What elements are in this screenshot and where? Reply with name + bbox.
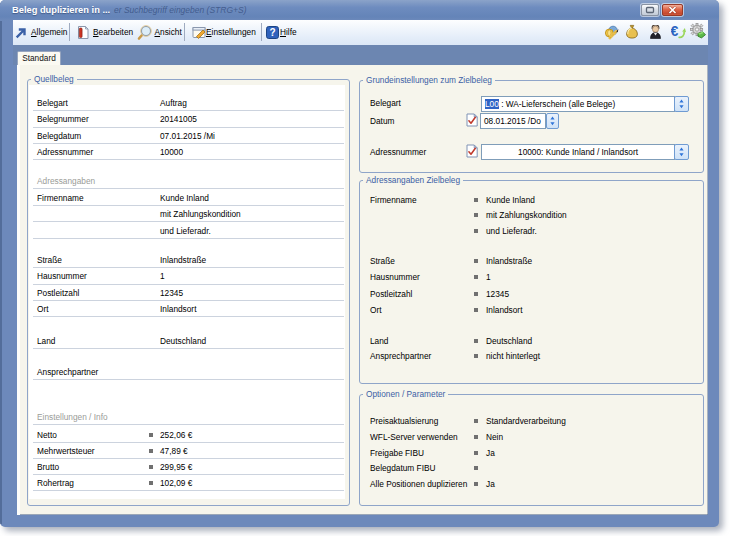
svg-text:?: ? — [269, 27, 275, 38]
svg-text:€: € — [671, 24, 679, 39]
